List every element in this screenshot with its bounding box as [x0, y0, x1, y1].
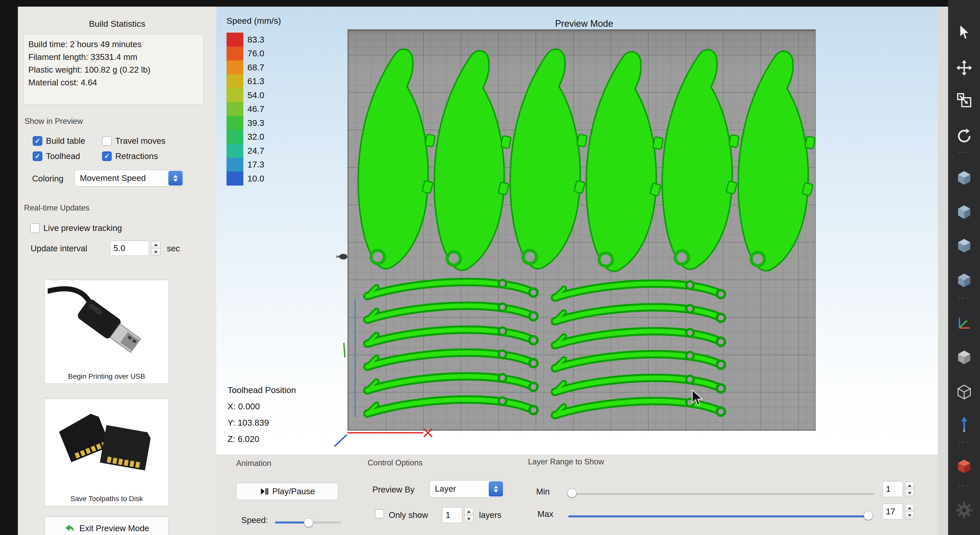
save-toolpaths-button[interactable]: Save Toolpaths to Disk [45, 398, 169, 506]
sd-cards-image [48, 402, 165, 489]
legend-swatch [226, 171, 243, 186]
checkbox-build-table[interactable]: ✓ [33, 136, 42, 146]
legend-entry: 54.0 [226, 88, 264, 102]
begin-printing-usb-button[interactable]: Begin Printing over USB [45, 280, 169, 384]
vertical-arrow-button[interactable] [955, 415, 974, 433]
usb-button-label: Begin Printing over USB [45, 372, 169, 381]
only-show-field[interactable] [442, 507, 462, 523]
checkbox-toolhead[interactable]: ✓ [33, 151, 42, 161]
view-cube-side-button[interactable] [955, 203, 974, 221]
speed-slider-fill [275, 521, 309, 524]
checkbox-retractions[interactable]: ✓ [102, 151, 112, 161]
chevron-updown-icon [489, 481, 503, 497]
legend-swatch [226, 116, 243, 130]
stat-build-time: Build time: 2 hours 49 minutes [28, 38, 199, 51]
coloring-select[interactable]: Movement Speed [75, 170, 184, 187]
legend-entry: 24.7 [226, 144, 264, 158]
update-interval-field[interactable] [110, 241, 149, 256]
play-pause-icon [260, 487, 268, 496]
legend-entry: 17.3 [226, 158, 264, 172]
settings-gear-button[interactable] [954, 500, 974, 521]
z-axis-line [334, 435, 347, 446]
coloring-select-value: Movement Speed [80, 173, 146, 183]
preview-sidebar: Build Statistics Build time: 2 hours 49 … [18, 6, 216, 535]
min-layer-stepper[interactable] [905, 482, 914, 497]
build-statistics-title: Build Statistics [18, 19, 216, 29]
slicer-preview-window: Build Statistics Build time: 2 hours 49 … [0, 0, 980, 535]
speed-slider-knob[interactable] [304, 518, 313, 527]
toolbar-separator: ··· [948, 481, 980, 490]
cursor-tool-button[interactable] [955, 24, 974, 42]
legend-swatch [226, 158, 243, 172]
control-options-label: Control Options [368, 458, 422, 467]
chevron-updown-icon [169, 171, 183, 186]
legend-swatch [226, 144, 243, 158]
checkbox-travel-moves[interactable]: ✓ [102, 136, 112, 146]
preview-by-label: Preview By [372, 485, 415, 494]
legend-swatch [226, 47, 243, 61]
toolbar-separator: ··· [948, 437, 980, 446]
view-cube-iso-button[interactable] [955, 271, 974, 289]
wireframe-cube-button[interactable] [955, 383, 974, 401]
legend-entry: 76.0 [226, 47, 264, 61]
legend-entry: 39.3 [226, 116, 264, 130]
exit-preview-button[interactable]: Exit Preview Mode [45, 516, 169, 535]
legend-entry: 61.3 [226, 75, 264, 89]
max-layer-slider[interactable] [568, 515, 869, 518]
checkbox-build-table-label: Build table [46, 136, 85, 146]
coloring-label: Coloring [32, 174, 64, 184]
max-layer-stepper[interactable] [905, 504, 914, 519]
update-interval-unit: sec [167, 244, 180, 253]
checkbox-only-show[interactable]: ✓ [375, 509, 384, 518]
legend-entry: 83.3 [226, 33, 264, 47]
preview-by-select[interactable]: Layer [430, 480, 504, 497]
min-layer-field[interactable] [883, 481, 903, 497]
toolbar-separator: ··· [948, 147, 980, 156]
speed-legend: 83.3 76.0 68.7 61.3 54.0 46.7 39.3 32.0 … [226, 33, 264, 186]
view-cube-top-button[interactable] [955, 237, 974, 255]
cube-gray-button[interactable] [955, 348, 974, 367]
legend-swatch [226, 60, 243, 75]
layers-label: layers [479, 510, 501, 520]
rotate-tool-button[interactable] [955, 127, 974, 145]
sd-button-label: Save Toolpaths to Disk [45, 495, 169, 503]
layer-range-label: Layer Range to Show [528, 457, 604, 467]
exit-preview-label: Exit Preview Mode [80, 524, 149, 533]
right-scroll-strip[interactable] [938, 6, 948, 535]
min-layer-slider[interactable] [568, 493, 874, 495]
max-layer-knob[interactable] [864, 511, 873, 520]
checkbox-retractions-label: Retractions [115, 151, 158, 161]
checkbox-live-preview-tracking[interactable]: ✓ [30, 223, 40, 233]
legend-entry: 32.0 [226, 130, 264, 144]
checkbox-travel-moves-label: Travel moves [115, 136, 165, 146]
cube-red-button[interactable] [955, 457, 974, 476]
toolhead-y: Y: 103.839 [228, 414, 296, 431]
update-interval-stepper[interactable] [151, 241, 161, 256]
speed-slider-label: Speed: [241, 515, 268, 525]
toolhead-x: X: 0.000 [228, 398, 296, 414]
min-label: Min [536, 487, 550, 497]
toolpaths-preview [332, 29, 832, 456]
back-arrow-icon [64, 523, 75, 534]
move-tool-button[interactable] [955, 59, 974, 77]
preview-mode-title: Preview Mode [510, 18, 658, 29]
usb-cable-image [48, 283, 165, 367]
max-layer-field[interactable] [883, 504, 903, 519]
play-pause-button[interactable]: Play/Pause [236, 483, 338, 500]
scale-tool-button[interactable] [955, 91, 974, 110]
axes-view-button[interactable] [955, 314, 974, 332]
legend-swatch [226, 88, 243, 102]
live-preview-tracking-label: Live preview tracking [43, 223, 122, 233]
only-show-label: Only show [389, 510, 428, 520]
only-show-stepper[interactable] [464, 508, 473, 523]
toolbar-separator: ··· [948, 293, 980, 302]
build-statistics-box: Build time: 2 hours 49 minutes Filament … [24, 34, 204, 105]
min-layer-knob[interactable] [567, 488, 576, 497]
toolhead-position-block: Toolhead Position X: 0.000 Y: 103.839 Z:… [228, 382, 296, 447]
view-cube-front-button[interactable] [955, 169, 974, 187]
max-label: Max [538, 509, 553, 519]
play-pause-label: Play/Pause [272, 487, 315, 496]
update-interval-label: Update interval [30, 244, 87, 253]
animation-section-label: Animation [236, 459, 271, 468]
legend-swatch [226, 130, 243, 144]
